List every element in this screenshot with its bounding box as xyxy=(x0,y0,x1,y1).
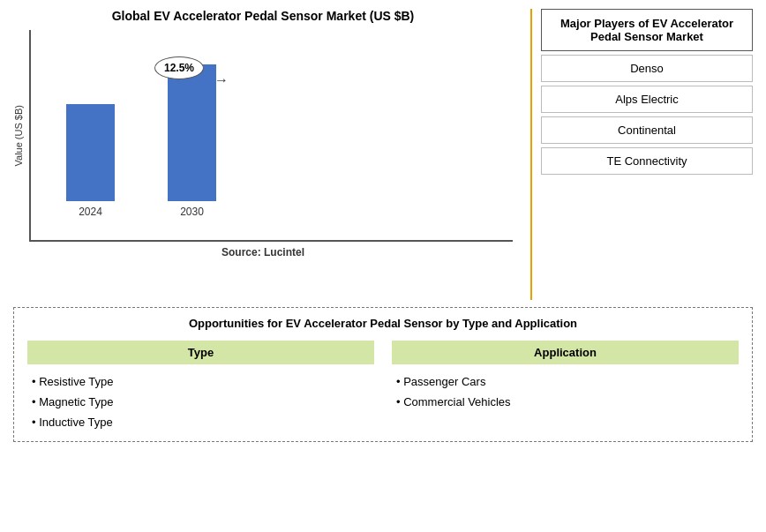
type-item-2: Inductive Type xyxy=(32,412,370,432)
bottom-title: Opportunities for EV Accelerator Pedal S… xyxy=(27,317,739,330)
type-item-1: Magnetic Type xyxy=(32,392,370,412)
main-container: Global EV Accelerator Pedal Sensor Marke… xyxy=(0,0,766,532)
bar-label-2024: 2024 xyxy=(79,206,102,218)
application-header: Application xyxy=(392,341,739,364)
annotation-arrow: → xyxy=(214,72,229,88)
type-column: Type Resistive Type Magnetic Type Induct… xyxy=(27,341,374,432)
bars-area: 2024 2030 12.5% → xyxy=(29,30,513,242)
type-items: Resistive Type Magnetic Type Inductive T… xyxy=(27,371,374,432)
chart-title: Global EV Accelerator Pedal Sensor Marke… xyxy=(112,9,415,23)
chart-area: Global EV Accelerator Pedal Sensor Marke… xyxy=(13,9,522,300)
bar-2030 xyxy=(168,64,216,201)
player-continental: Continental xyxy=(541,116,753,144)
annotation: 12.5% → xyxy=(154,56,204,79)
application-items: Passenger Cars Commercial Vehicles xyxy=(392,371,739,412)
bar-label-2030: 2030 xyxy=(180,206,204,218)
bar-group-2024: 2024 xyxy=(66,104,115,218)
player-alps: Alps Electric xyxy=(541,86,753,113)
player-te: TE Connectivity xyxy=(541,147,753,175)
top-section: Global EV Accelerator Pedal Sensor Marke… xyxy=(13,9,753,300)
source-label: Source: Lucintel xyxy=(222,246,304,259)
application-item-0: Passenger Cars xyxy=(396,371,734,392)
type-header: Type xyxy=(27,341,374,364)
major-players-title: Major Players of EV Accelerator Pedal Se… xyxy=(541,9,753,51)
chart-inner: 2024 2030 12.5% → xyxy=(29,30,513,242)
application-column: Application Passenger Cars Commercial Ve… xyxy=(392,341,739,432)
annotation-bubble: 12.5% xyxy=(154,56,204,79)
player-denso: Denso xyxy=(541,55,753,82)
type-item-0: Resistive Type xyxy=(32,371,370,392)
right-panel: Major Players of EV Accelerator Pedal Se… xyxy=(541,9,753,300)
application-item-1: Commercial Vehicles xyxy=(396,392,734,412)
chart-wrapper: Value (US $B) 2024 2030 xyxy=(13,30,513,242)
players-items-wrapper: Denso Alps Electric Continental TE Conne… xyxy=(541,55,753,178)
y-axis-label: Value (US $B) xyxy=(13,105,24,167)
vertical-divider xyxy=(530,9,532,300)
bottom-section: Opportunities for EV Accelerator Pedal S… xyxy=(13,307,753,442)
bar-group-2030: 2030 xyxy=(168,64,216,218)
bottom-columns: Type Resistive Type Magnetic Type Induct… xyxy=(27,341,739,432)
bar-2024 xyxy=(66,104,115,201)
